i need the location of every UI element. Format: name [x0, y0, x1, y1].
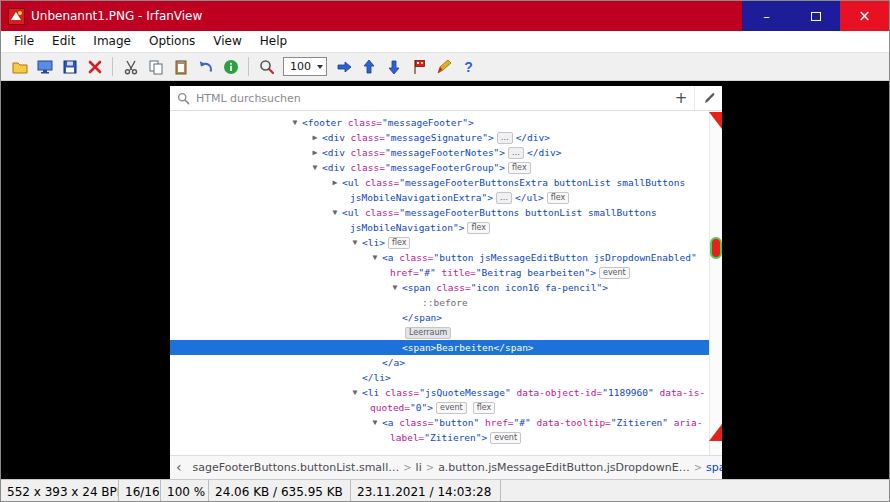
titlebar[interactable]: Unbenannt1.PNG - IrfanView – × — [1, 1, 889, 31]
expand-arrow-icon[interactable]: ▶ — [329, 175, 341, 190]
maximize-button[interactable] — [791, 1, 840, 31]
tree-row[interactable]: ▼<ul class="messageFooterButtons buttonL… — [170, 205, 709, 220]
code-attr-value: "0" — [410, 402, 427, 413]
code-attr-value: "#" — [514, 417, 531, 428]
breadcrumb-separator: > — [694, 462, 702, 473]
next-image-button[interactable] — [331, 55, 356, 79]
tree-row[interactable]: ::before — [170, 295, 709, 310]
breadcrumb-item[interactable]: a.button.jsMessageEditButton.jsDropdownE… — [434, 461, 694, 474]
menu-options[interactable]: Options — [140, 31, 204, 52]
info-button[interactable] — [218, 55, 243, 79]
info-icon — [222, 58, 240, 76]
save-button[interactable] — [57, 55, 82, 79]
badge[interactable]: flex — [508, 162, 531, 174]
tree-row[interactable]: </span> — [170, 310, 709, 325]
tree-row[interactable]: ▼<div class="messageFooterGroup">flex — [170, 160, 709, 175]
badge[interactable]: event — [436, 402, 467, 414]
tree-row[interactable]: jsMobileNavigationExtra">…</ul>flex — [170, 190, 709, 205]
badge[interactable]: event — [599, 267, 630, 279]
tree-row[interactable]: ▼<li class="jsQuoteMessage" data-object-… — [170, 385, 709, 400]
tree-row[interactable]: label="Zitieren">event — [170, 430, 709, 445]
paste-button[interactable] — [168, 55, 193, 79]
expand-arrow-icon[interactable]: ▶ — [309, 130, 321, 145]
delete-button[interactable] — [82, 55, 107, 79]
minimize-button[interactable]: – — [742, 1, 791, 31]
code-attr-name: class= — [393, 417, 433, 428]
menu-help[interactable]: Help — [251, 31, 296, 52]
copy-button[interactable] — [143, 55, 168, 79]
ellipsis-badge[interactable]: … — [497, 132, 513, 144]
find-button[interactable] — [254, 55, 279, 79]
collapse-arrow-icon[interactable]: ▼ — [389, 280, 401, 295]
badge[interactable]: flex — [547, 192, 570, 204]
tree-row[interactable]: ▼<a class="button" href="#" data-tooltip… — [170, 415, 709, 430]
inspector-scrollbar[interactable] — [709, 111, 722, 455]
tree-row[interactable]: quoted="0">eventflex — [170, 400, 709, 415]
tree-row[interactable]: ▼<a class="button jsMessageEditButton js… — [170, 250, 709, 265]
marker-button[interactable] — [431, 55, 456, 79]
collapse-arrow-icon[interactable]: ▼ — [309, 160, 321, 175]
tree-row[interactable]: ▼<li>flex — [170, 235, 709, 250]
image-canvas[interactable]: + ▼<footer class="messageFooter">▶<div c… — [1, 81, 889, 479]
breadcrumb-separator: > — [403, 462, 411, 473]
help-button[interactable]: ? — [456, 55, 481, 79]
tree-row[interactable]: jsMobileNavigation">flex — [170, 220, 709, 235]
create-node-button[interactable]: + — [668, 86, 694, 110]
cut-button[interactable] — [118, 55, 143, 79]
collapse-arrow-icon[interactable]: ▼ — [329, 205, 341, 220]
code-tag: <ul — [342, 177, 359, 188]
tree-row[interactable]: </li> — [170, 370, 709, 385]
first-image-button[interactable] — [356, 55, 381, 79]
tree-row[interactable]: ▶<div class="messageFooterNotes">…</div> — [170, 145, 709, 160]
collapse-arrow-icon[interactable]: ▼ — [369, 415, 381, 430]
menu-image[interactable]: Image — [84, 31, 140, 52]
code-tag: <ul — [342, 207, 359, 218]
menu-edit[interactable]: Edit — [43, 31, 84, 52]
collapse-arrow-icon[interactable]: ▼ — [349, 235, 361, 250]
code-attr-value: "Beitrag bearbeiten" — [476, 267, 590, 278]
tree-row[interactable]: Leerraum — [170, 325, 709, 340]
close-button[interactable]: × — [840, 1, 889, 31]
menu-view[interactable]: View — [204, 31, 250, 52]
badge[interactable]: flex — [388, 237, 411, 249]
badge[interactable]: flex — [473, 402, 496, 414]
code-tag: <footer — [302, 117, 342, 128]
code-attr-name: class= — [379, 387, 419, 398]
markup-tree: ▼<footer class="messageFooter">▶<div cla… — [170, 111, 709, 455]
menu-file[interactable]: File — [5, 31, 43, 52]
breadcrumb-item[interactable]: span — [702, 461, 722, 474]
breadcrumb-item[interactable]: sageFooterButtons.buttonList.small… — [189, 461, 404, 474]
breadcrumb-item[interactable]: li — [412, 461, 426, 474]
tree-row[interactable]: ▼<span class="icon icon16 fa-pencil"> — [170, 280, 709, 295]
tree-row[interactable]: ▼<footer class="messageFooter"> — [170, 115, 709, 130]
code-tag: </span> — [494, 342, 534, 353]
zoom-select[interactable]: 100 — [283, 57, 327, 76]
breadcrumb-back-icon[interactable]: ‹ — [176, 459, 182, 475]
tree-row[interactable]: href="#" title="Beitrag bearbeiten">even… — [170, 265, 709, 280]
ellipsis-badge[interactable]: … — [508, 147, 524, 159]
code-tag: <span> — [402, 342, 436, 353]
collapse-arrow-icon[interactable]: ▼ — [349, 385, 361, 400]
undo-button[interactable] — [193, 55, 218, 79]
flag-button[interactable] — [406, 55, 431, 79]
ellipsis-badge[interactable]: … — [496, 192, 512, 204]
badge[interactable]: event — [490, 432, 521, 444]
collapse-arrow-icon[interactable]: ▼ — [369, 250, 381, 265]
eyedropper-button[interactable] — [694, 86, 722, 110]
tree-row[interactable]: </a> — [170, 355, 709, 370]
badge[interactable]: flex — [467, 222, 490, 234]
last-image-button[interactable] — [381, 55, 406, 79]
tree-row[interactable]: ▶<div class="messageSignature">…</div> — [170, 130, 709, 145]
html-search-input[interactable] — [196, 92, 668, 105]
code-attr-value: jsMobileNavigation" — [350, 222, 459, 233]
collapse-arrow-icon[interactable]: ▼ — [289, 115, 301, 130]
expand-arrow-icon[interactable]: ▶ — [309, 145, 321, 160]
chevron-down-icon — [317, 65, 323, 69]
code-attr-name: aria- — [668, 417, 702, 428]
code-tag: <div — [322, 162, 345, 173]
tree-row[interactable]: ▶<ul class="messageFooterButtonsExtra bu… — [170, 175, 709, 190]
status-filler — [501, 480, 889, 502]
tree-row-selected[interactable]: <span>Bearbeiten</span> — [170, 340, 709, 355]
open-button[interactable] — [7, 55, 32, 79]
slideshow-button[interactable] — [32, 55, 57, 79]
